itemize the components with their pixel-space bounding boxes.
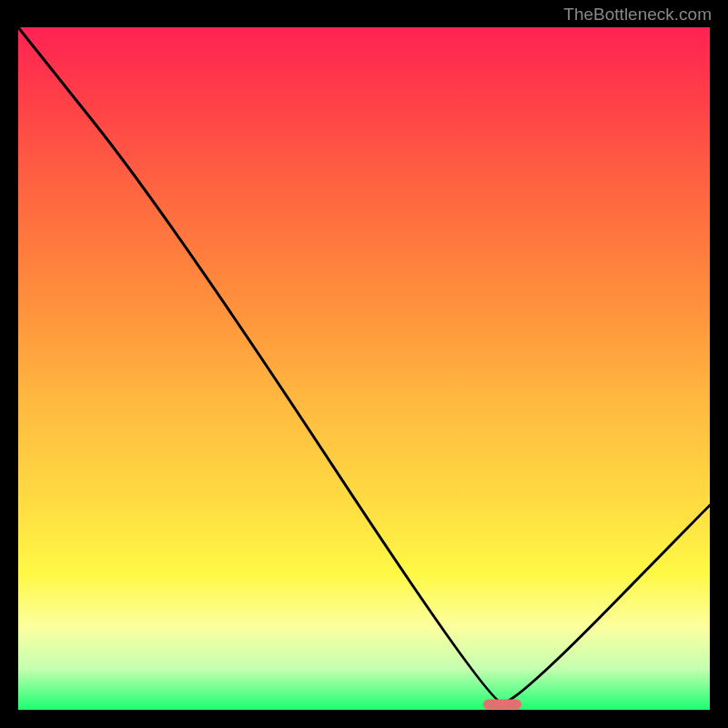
bottleneck-curve: [18, 27, 710, 710]
attribution-label: TheBottleneck.com: [563, 5, 712, 25]
optimal-marker: [483, 700, 521, 710]
plot-area: [18, 27, 710, 710]
chart-container: TheBottleneck.com: [0, 0, 728, 728]
